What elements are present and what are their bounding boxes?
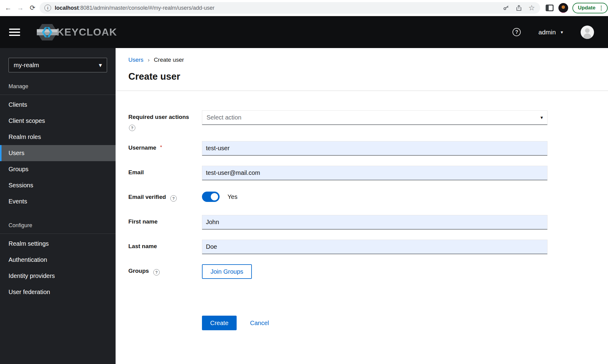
sidebar-item-authentication[interactable]: Authentication (0, 252, 116, 268)
forward-icon[interactable]: → (15, 3, 26, 13)
browser-menu-dots-icon[interactable]: ⋮ (599, 5, 604, 11)
join-groups-button[interactable]: Join Groups (202, 264, 252, 279)
required-actions-row: Required user actions ? Select action ▾ (125, 110, 608, 131)
help-icon[interactable]: ? (153, 269, 160, 276)
keycloak-logo-icon (36, 23, 58, 42)
divider (116, 91, 608, 91)
sidebar-item-events[interactable]: Events (0, 193, 116, 210)
sidebar-item-sessions[interactable]: Sessions (0, 177, 116, 193)
select-placeholder: Select action (207, 114, 241, 121)
email-label: Email (128, 169, 144, 175)
help-icon[interactable]: ? (170, 195, 177, 202)
email-field[interactable] (202, 166, 547, 180)
breadcrumb-users-link[interactable]: Users (128, 57, 144, 63)
sidebar-item-users[interactable]: Users (0, 145, 116, 161)
breadcrumb: Users › Create user (125, 48, 608, 63)
last-name-field[interactable] (202, 240, 547, 254)
side-panel-icon[interactable] (546, 5, 554, 11)
browser-update-button[interactable]: Update ⋮ (572, 3, 608, 13)
hamburger-menu-icon[interactable] (9, 29, 20, 36)
share-icon[interactable] (515, 4, 523, 12)
username-label: Username (128, 144, 156, 151)
main-content: Users › Create user Create user Required… (116, 48, 608, 364)
chevron-down-icon: ▾ (99, 61, 102, 69)
email-row: Email (125, 166, 608, 180)
sidebar-item-realm-roles[interactable]: Realm roles (0, 129, 116, 145)
admin-username: admin (538, 29, 556, 36)
address-bar[interactable]: i localhost:8081/admin/master/console/#/… (40, 2, 540, 14)
breadcrumb-separator: › (148, 57, 150, 63)
sidebar-item-realm-settings[interactable]: Realm settings (0, 236, 116, 252)
last-name-row: Last name (125, 240, 608, 254)
divider (0, 95, 116, 95)
admin-user-menu[interactable]: admin ▾ (538, 29, 563, 36)
keycloak-masthead: KEYCLOAK ? admin ▾ (0, 16, 608, 48)
help-icon[interactable]: ? (129, 125, 135, 131)
help-icon[interactable]: ? (512, 28, 521, 36)
browser-toolbar: ← → ⟳ i localhost:8081/admin/master/cons… (0, 0, 608, 16)
browser-profile-avatar[interactable] (558, 3, 568, 13)
breadcrumb-current: Create user (154, 57, 184, 63)
first-name-field[interactable] (202, 215, 547, 230)
sidebar-item-clients[interactable]: Clients (0, 97, 116, 113)
brand-wordmark: KEYCLOAK (57, 26, 117, 38)
groups-label: Groups (128, 268, 149, 274)
chevron-down-icon: ▾ (540, 115, 543, 120)
required-asterisk: * (160, 144, 162, 150)
first-name-label: First name (128, 218, 158, 225)
required-actions-label: Required user actions (128, 114, 189, 120)
page-info-icon[interactable]: i (44, 5, 51, 11)
email-verified-toggle[interactable] (202, 192, 220, 202)
nav-group-manage: Manage (0, 83, 116, 90)
email-verified-label: Email verified (128, 194, 166, 200)
reload-icon[interactable]: ⟳ (27, 3, 38, 13)
sidebar-item-client-scopes[interactable]: Client scopes (0, 113, 116, 129)
first-name-row: First name (125, 215, 608, 230)
realm-selector[interactable]: my-realm ▾ (9, 58, 107, 72)
sidebar-item-identity-providers[interactable]: Identity providers (0, 268, 116, 284)
toggle-knob (211, 193, 218, 200)
toggle-state-label: Yes (228, 193, 238, 200)
sidebar-item-groups[interactable]: Groups (0, 161, 116, 177)
url-host: localhost (55, 5, 79, 11)
nav-group-configure: Configure (0, 222, 116, 229)
cancel-link[interactable]: Cancel (250, 320, 269, 327)
divider (0, 234, 116, 234)
last-name-label: Last name (128, 243, 157, 249)
update-label: Update (578, 5, 596, 11)
bookmark-star-icon[interactable]: ☆ (528, 4, 535, 12)
keycloak-logo[interactable]: KEYCLOAK (36, 23, 117, 42)
url-text[interactable]: localhost:8081/admin/master/console/#/my… (55, 5, 499, 11)
form-actions-row: Create Cancel (125, 289, 608, 330)
back-icon[interactable]: ← (3, 3, 13, 13)
username-field[interactable] (202, 141, 547, 156)
username-row: Username * (125, 141, 608, 156)
url-path: :8081/admin/master/console/#/my-realm/us… (79, 5, 214, 11)
email-verified-row: Email verified ? Yes (125, 190, 608, 205)
sidebar-item-user-federation[interactable]: User federation (0, 284, 116, 300)
groups-row: Groups ? Join Groups (125, 264, 608, 279)
password-key-icon[interactable] (502, 4, 510, 12)
page-title: Create user (125, 63, 608, 82)
create-button[interactable]: Create (202, 316, 237, 330)
create-user-form: Required user actions ? Select action ▾ … (125, 110, 608, 330)
chevron-down-icon: ▾ (561, 29, 563, 35)
realm-name: my-realm (14, 62, 39, 69)
sidebar-nav: my-realm ▾ Manage Clients Client scopes … (0, 48, 116, 364)
required-actions-select[interactable]: Select action ▾ (202, 110, 547, 125)
user-avatar[interactable] (581, 26, 594, 39)
